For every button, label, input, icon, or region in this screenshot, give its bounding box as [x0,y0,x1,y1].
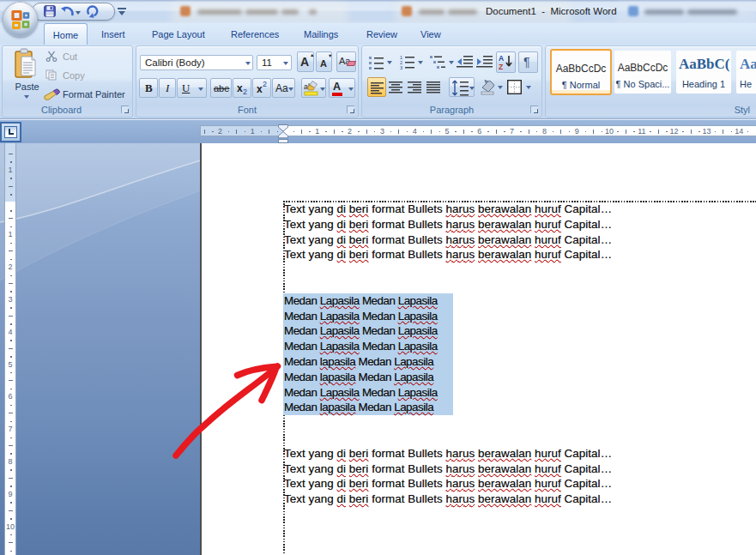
svg-text:3: 3 [400,65,402,69]
svg-text:Z: Z [499,63,503,70]
svg-text:A: A [499,54,504,63]
